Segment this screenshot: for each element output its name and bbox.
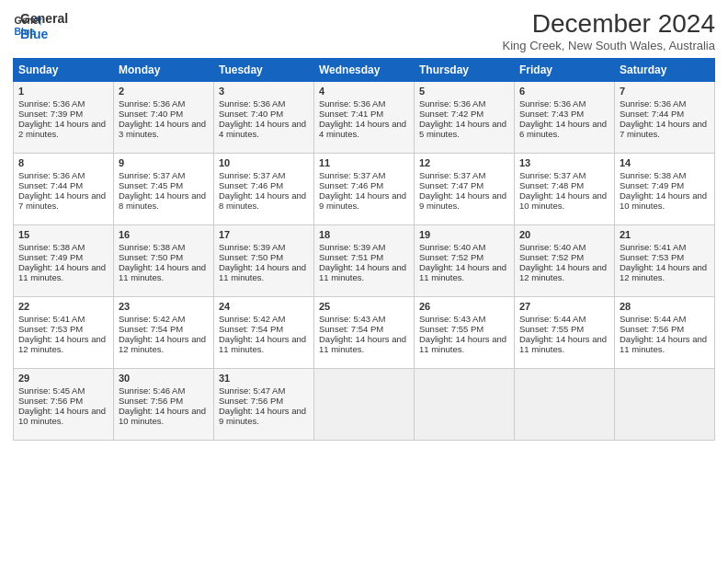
sunrise-label: Sunrise: 5:41 AM <box>18 314 85 324</box>
cell-day: 9Sunrise: 5:37 AMSunset: 7:45 PMDaylight… <box>114 154 214 225</box>
sunset-label: Sunset: 7:54 PM <box>219 324 283 334</box>
sunrise-label: Sunrise: 5:45 AM <box>18 385 85 396</box>
week-row-3: 15Sunrise: 5:38 AMSunset: 7:49 PMDayligh… <box>14 225 715 297</box>
header-wednesday: Wednesday <box>314 59 415 82</box>
day-number: 20 <box>519 229 609 240</box>
sunrise-label: Sunrise: 5:36 AM <box>519 98 586 109</box>
sunrise-label: Sunrise: 5:36 AM <box>620 98 686 109</box>
header-monday: Monday <box>114 59 214 82</box>
week-row-4: 22Sunrise: 5:41 AMSunset: 7:53 PMDayligh… <box>14 297 715 369</box>
sunset-label: Sunset: 7:49 PM <box>620 180 684 190</box>
sunset-label: Sunset: 7:50 PM <box>219 252 283 262</box>
sunset-label: Sunset: 7:56 PM <box>18 396 83 406</box>
sunrise-label: Sunrise: 5:40 AM <box>419 242 485 252</box>
sunset-label: Sunset: 7:54 PM <box>319 324 383 334</box>
sunset-label: Sunset: 7:46 PM <box>319 180 383 190</box>
day-number: 2 <box>119 86 209 97</box>
daylight-label: Daylight: 14 hours and 8 minutes. <box>219 190 306 211</box>
sunset-label: Sunset: 7:53 PM <box>620 252 684 262</box>
sunset-label: Sunset: 7:46 PM <box>219 180 283 190</box>
day-number: 16 <box>119 229 209 240</box>
daylight-label: Daylight: 14 hours and 12 minutes. <box>519 262 607 282</box>
daylight-label: Daylight: 14 hours and 7 minutes. <box>620 119 707 139</box>
daylight-label: Daylight: 14 hours and 10 minutes. <box>119 406 206 426</box>
sunrise-label: Sunrise: 5:36 AM <box>219 98 285 109</box>
sunrise-label: Sunrise: 5:36 AM <box>119 98 185 109</box>
day-number: 12 <box>419 157 509 168</box>
main-title: December 2024 <box>503 9 715 39</box>
sunrise-label: Sunrise: 5:36 AM <box>18 98 85 109</box>
daylight-label: Daylight: 14 hours and 11 minutes. <box>319 262 406 282</box>
day-number: 22 <box>18 301 108 312</box>
sunrise-label: Sunrise: 5:46 AM <box>119 385 185 396</box>
cell-day: 4Sunrise: 5:36 AMSunset: 7:41 PMDaylight… <box>314 82 415 154</box>
cell-day: 31Sunrise: 5:47 AMSunset: 7:56 PMDayligh… <box>214 369 314 441</box>
cell-day: 26Sunrise: 5:43 AMSunset: 7:55 PMDayligh… <box>415 297 515 369</box>
sunrise-label: Sunrise: 5:37 AM <box>419 170 485 180</box>
sunrise-label: Sunrise: 5:36 AM <box>419 98 485 109</box>
sunrise-label: Sunrise: 5:37 AM <box>519 170 586 180</box>
sunset-label: Sunset: 7:39 PM <box>18 109 83 119</box>
day-number: 6 <box>519 86 609 97</box>
sunrise-label: Sunrise: 5:38 AM <box>620 170 686 180</box>
logo-line2: Blue <box>20 27 68 42</box>
day-number: 14 <box>620 157 710 168</box>
logo-line1: General <box>20 11 68 27</box>
sunrise-label: Sunrise: 5:39 AM <box>319 242 385 252</box>
daylight-label: Daylight: 14 hours and 4 minutes. <box>319 119 406 139</box>
sunset-label: Sunset: 7:50 PM <box>119 252 183 262</box>
day-number: 11 <box>319 157 409 168</box>
header-saturday: Saturday <box>615 59 715 82</box>
day-number: 26 <box>419 301 509 312</box>
day-number: 31 <box>219 373 309 384</box>
daylight-label: Daylight: 14 hours and 10 minutes. <box>620 190 707 211</box>
header: General Blue General Blue December 2024 … <box>13 9 715 52</box>
sunrise-label: Sunrise: 5:42 AM <box>119 314 185 324</box>
cell-day: 29Sunrise: 5:45 AMSunset: 7:56 PMDayligh… <box>14 369 114 441</box>
cell-day: 17Sunrise: 5:39 AMSunset: 7:50 PMDayligh… <box>214 225 314 297</box>
sunrise-label: Sunrise: 5:37 AM <box>119 170 185 180</box>
sunrise-label: Sunrise: 5:44 AM <box>620 314 686 324</box>
day-number: 7 <box>620 86 710 97</box>
day-number: 28 <box>620 301 710 312</box>
daylight-label: Daylight: 14 hours and 10 minutes. <box>519 190 607 211</box>
daylight-label: Daylight: 14 hours and 11 minutes. <box>419 262 506 282</box>
daylight-label: Daylight: 14 hours and 5 minutes. <box>419 119 506 139</box>
header-tuesday: Tuesday <box>214 59 314 82</box>
day-number: 3 <box>219 86 309 97</box>
header-row: Sunday Monday Tuesday Wednesday Thursday… <box>14 59 715 82</box>
cell-day: 3Sunrise: 5:36 AMSunset: 7:40 PMDaylight… <box>214 82 314 154</box>
sunset-label: Sunset: 7:53 PM <box>18 324 83 334</box>
daylight-label: Daylight: 14 hours and 11 minutes. <box>219 262 306 282</box>
sunset-label: Sunset: 7:56 PM <box>620 324 684 334</box>
cell-day: 27Sunrise: 5:44 AMSunset: 7:55 PMDayligh… <box>515 297 615 369</box>
cell-day: 18Sunrise: 5:39 AMSunset: 7:51 PMDayligh… <box>314 225 415 297</box>
cell-day: 7Sunrise: 5:36 AMSunset: 7:44 PMDaylight… <box>615 82 715 154</box>
day-number: 13 <box>519 157 609 168</box>
cell-day: 22Sunrise: 5:41 AMSunset: 7:53 PMDayligh… <box>14 297 114 369</box>
cell-day: 6Sunrise: 5:36 AMSunset: 7:43 PMDaylight… <box>515 82 615 154</box>
sunrise-label: Sunrise: 5:38 AM <box>119 242 185 252</box>
sunset-label: Sunset: 7:45 PM <box>119 180 183 190</box>
day-number: 19 <box>419 229 509 240</box>
day-number: 29 <box>18 373 108 384</box>
sunset-label: Sunset: 7:40 PM <box>219 109 283 119</box>
sunset-label: Sunset: 7:49 PM <box>18 252 83 262</box>
cell-day: 25Sunrise: 5:43 AMSunset: 7:54 PMDayligh… <box>314 297 415 369</box>
day-number: 30 <box>119 373 209 384</box>
sunset-label: Sunset: 7:51 PM <box>319 252 383 262</box>
sunrise-label: Sunrise: 5:41 AM <box>620 242 686 252</box>
week-row-2: 8Sunrise: 5:36 AMSunset: 7:44 PMDaylight… <box>14 154 715 225</box>
cell-day: 21Sunrise: 5:41 AMSunset: 7:53 PMDayligh… <box>615 225 715 297</box>
sunset-label: Sunset: 7:42 PM <box>419 109 483 119</box>
cell-day: 5Sunrise: 5:36 AMSunset: 7:42 PMDaylight… <box>415 82 515 154</box>
daylight-label: Daylight: 14 hours and 9 minutes. <box>419 190 506 211</box>
cell-day: 16Sunrise: 5:38 AMSunset: 7:50 PMDayligh… <box>114 225 214 297</box>
daylight-label: Daylight: 14 hours and 10 minutes. <box>18 406 106 426</box>
day-number: 10 <box>219 157 309 168</box>
daylight-label: Daylight: 14 hours and 11 minutes. <box>519 334 607 354</box>
cell-day: 11Sunrise: 5:37 AMSunset: 7:46 PMDayligh… <box>314 154 415 225</box>
sunrise-label: Sunrise: 5:38 AM <box>18 242 85 252</box>
sunrise-label: Sunrise: 5:40 AM <box>519 242 586 252</box>
sunrise-label: Sunrise: 5:47 AM <box>219 385 285 396</box>
